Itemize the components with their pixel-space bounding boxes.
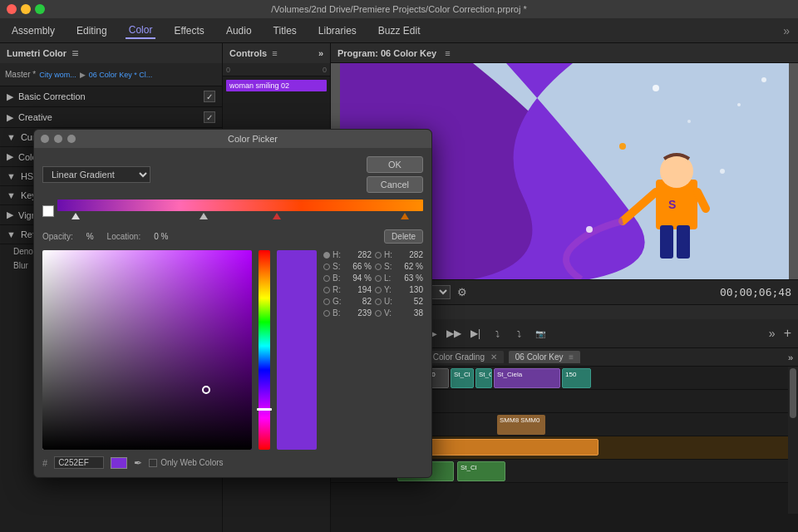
controls-menu-icon[interactable]: ≡ [272, 48, 277, 58]
clip-smm8[interactable]: SMM8 SMM0 [497, 415, 545, 435]
minimize-button[interactable] [21, 4, 31, 14]
green-radio[interactable] [323, 298, 330, 305]
source-effect[interactable]: 06 Color Key * Cl... [89, 71, 153, 79]
u-radio[interactable] [375, 298, 382, 305]
add-track-btn[interactable]: + [784, 326, 791, 341]
menu-expand-icon[interactable]: » [783, 24, 790, 37]
color-picker-modal[interactable]: Color Picker Linear Gradient OK Cancel [33, 129, 432, 478]
menu-assembly[interactable]: Assembly [8, 23, 58, 38]
close-button[interactable] [7, 4, 17, 14]
v-value[interactable]: 38 [400, 308, 423, 318]
gradient-bar[interactable] [57, 200, 423, 211]
menu-audio[interactable]: Audio [223, 23, 255, 38]
modal-zoom-btn[interactable] [67, 135, 76, 143]
web-colors-checkbox[interactable] [149, 459, 157, 467]
svg-text:S: S [668, 198, 676, 211]
hue-radio[interactable] [323, 252, 330, 259]
r-value[interactable]: 194 [348, 285, 372, 294]
hsl-fields: H: 282 S: 62 % L: 63 % [375, 250, 423, 450]
s2-radio[interactable] [375, 264, 382, 270]
ok-button[interactable]: OK [367, 156, 423, 173]
gradient-stop-4[interactable] [401, 213, 409, 221]
y-radio[interactable] [375, 287, 382, 293]
basic-correction-checkbox[interactable]: ✓ [204, 91, 215, 102]
h2-value[interactable]: 282 [400, 250, 423, 259]
sequence-menu-icon[interactable]: ≡ [569, 352, 574, 362]
color-wheels-toggle[interactable]: ▶ [7, 151, 13, 162]
v-radio[interactable] [375, 310, 382, 317]
cancel-button[interactable]: Cancel [367, 176, 423, 193]
timeline-expand-icon[interactable]: » [788, 352, 793, 362]
gradient-stop-3[interactable] [273, 213, 281, 221]
red-radio[interactable] [323, 287, 330, 293]
clip-150[interactable]: 150 [562, 368, 591, 388]
insert-btn[interactable]: ⤵ [489, 325, 505, 342]
clip-stc[interactable]: St_C [475, 368, 492, 388]
modal-close-btn[interactable] [41, 135, 49, 143]
hsl-toggle[interactable]: ▼ [7, 171, 16, 181]
gradient-type-select[interactable]: Linear Gradient [42, 166, 150, 183]
u-value[interactable]: 52 [400, 297, 423, 306]
timeline-scrollbar[interactable] [788, 367, 798, 514]
traffic-lights[interactable] [7, 4, 45, 14]
h-value[interactable]: 282 [348, 250, 372, 259]
menu-libraries[interactable]: Libraries [315, 23, 360, 38]
sat-radio[interactable] [323, 264, 330, 270]
eyedropper-icon[interactable]: ✒ [134, 457, 142, 469]
saturation-brightness-box[interactable] [42, 250, 252, 450]
menu-editing[interactable]: Editing [73, 23, 111, 38]
color-preview-swatch [277, 250, 317, 450]
y-value[interactable]: 130 [400, 285, 423, 294]
key-toggle[interactable]: ▼ [7, 190, 16, 200]
hex-input[interactable] [54, 456, 104, 469]
vignette-toggle[interactable]: ▶ [7, 209, 13, 220]
controls-header: Controls ≡ » [223, 43, 330, 63]
curves-toggle[interactable]: ▼ [7, 132, 16, 142]
refine-toggle[interactable]: ▼ [7, 229, 16, 239]
gradient-stop-1[interactable] [71, 213, 80, 221]
s2-value[interactable]: 62 % [400, 262, 423, 271]
clip-stcl[interactable]: St_Cl [451, 368, 474, 388]
transport-expand-icon[interactable]: » [769, 327, 776, 340]
delete-button[interactable]: Delete [384, 229, 423, 244]
green-field: G: 82 [323, 297, 372, 306]
s-value[interactable]: 66 % [348, 262, 372, 271]
program-menu-icon[interactable]: ≡ [445, 48, 450, 58]
menu-color[interactable]: Color [126, 22, 156, 39]
bright-radio[interactable] [323, 275, 330, 282]
step-forward-btn[interactable]: ▶▶ [446, 325, 462, 342]
g-value[interactable]: 82 [348, 297, 372, 306]
hue-slider[interactable] [259, 250, 270, 450]
settings-icon[interactable]: ⚙ [457, 286, 467, 298]
menu-effects[interactable]: Effects [170, 23, 207, 38]
hamburger-icon[interactable]: ≡ [71, 47, 78, 60]
creative-toggle[interactable]: ▶ [7, 112, 13, 123]
location-label: Location: [107, 232, 141, 241]
modal-minimize-btn[interactable] [54, 135, 62, 143]
clip-stciela[interactable]: St_Ciela [494, 368, 560, 388]
b2-value[interactable]: 239 [348, 308, 372, 318]
l-radio[interactable] [375, 275, 382, 282]
timeline-scrollbar-thumb[interactable] [790, 368, 796, 418]
close-sequence-icon[interactable]: ✕ [490, 352, 497, 362]
blue-radio[interactable] [323, 310, 330, 317]
creative-checkbox[interactable]: ✓ [204, 111, 215, 123]
l-value[interactable]: 63 % [400, 273, 423, 283]
menu-titles[interactable]: Titles [270, 23, 300, 38]
go-to-out-btn[interactable]: ▶| [467, 325, 484, 342]
overwrite-btn[interactable]: ⤵ [510, 325, 527, 342]
menu-buzz-edit[interactable]: Buzz Edit [375, 23, 424, 38]
maximize-button[interactable] [35, 4, 45, 14]
controls-expand-icon[interactable]: » [318, 48, 323, 58]
h2-radio[interactable] [375, 252, 382, 259]
export-frame-btn[interactable]: 📷 [532, 325, 549, 342]
source-clip[interactable]: City wom... [39, 71, 76, 79]
sequence-tab-color-key-label[interactable]: 06 Color Key [515, 352, 564, 362]
b-value[interactable]: 94 % [348, 273, 372, 283]
basic-correction-toggle[interactable]: ▶ [7, 91, 13, 102]
basic-correction-section: ▶ Basic Correction ✓ [0, 86, 222, 107]
gradient-stop-2[interactable] [200, 213, 208, 221]
svg-point-5 [720, 169, 725, 174]
creative-section: ▶ Creative ✓ [0, 107, 222, 128]
clip-stcl2[interactable]: St_Cl [457, 461, 505, 481]
